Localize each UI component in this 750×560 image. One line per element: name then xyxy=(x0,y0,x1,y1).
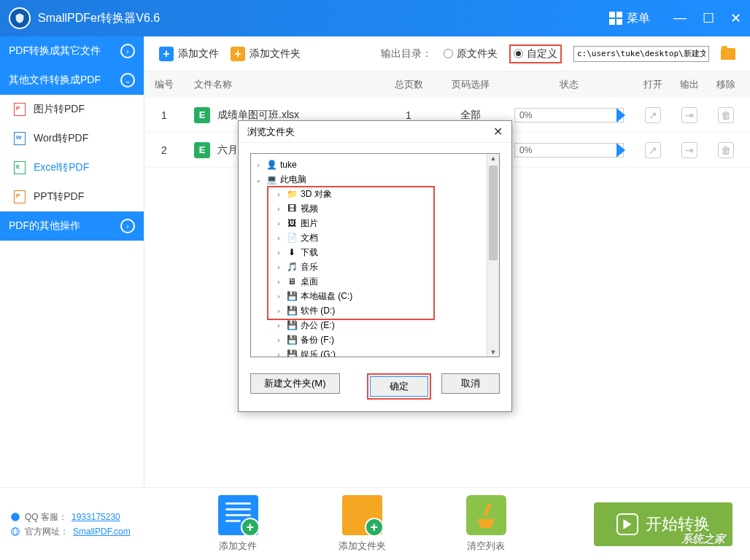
new-folder-button[interactable]: 新建文件夹(M) xyxy=(250,373,340,394)
sidebar-item-ppt-to-pdf[interactable]: PPT转PDF xyxy=(0,182,144,211)
browse-folder-dialog: 浏览文件夹 ✕ › 👤 tuke ⌄ 💻 此电脑 ›📁3D 对象 ›🎞视频 ›🖼… xyxy=(238,120,512,412)
window-controls: — ☐ ✕ xyxy=(673,10,741,26)
header-open: 打开 xyxy=(635,78,671,91)
drive-icon: 💾 xyxy=(286,335,298,345)
image-icon: 🖼 xyxy=(286,218,298,228)
user-icon: 👤 xyxy=(266,160,277,170)
tree-item[interactable]: ›💾备份 (F:) xyxy=(254,332,496,347)
sidebar-section-pdf-other-ops[interactable]: PDF的其他操作 › xyxy=(0,211,144,241)
chevron-down-icon: ⌄ xyxy=(120,73,135,88)
sidebar-item-image-to-pdf[interactable]: 图片转PDF xyxy=(0,95,144,124)
tree-item[interactable]: ›💾办公 (E:) xyxy=(254,318,496,332)
radio-icon xyxy=(444,49,453,58)
chevron-right-icon: › xyxy=(120,44,135,58)
tree-item[interactable]: ›⬇下载 xyxy=(254,245,496,260)
website-link[interactable]: SmallPDF.com xyxy=(73,524,131,539)
qq-link[interactable]: 1933175230 xyxy=(71,510,120,524)
tree-item[interactable]: ›📁3D 对象 xyxy=(254,187,496,201)
footer: QQ 客服： 1933175230 官方网址： SmallPDF.com 添加文… xyxy=(0,487,750,560)
tree-item[interactable]: ›🎵音乐 xyxy=(254,260,496,274)
support-info: QQ 客服： 1933175230 官方网址： SmallPDF.com xyxy=(10,510,131,539)
output-custom-radio[interactable]: 自定义 xyxy=(514,47,557,61)
open-button[interactable]: ↗ xyxy=(645,142,661,158)
sidebar-item-excel-to-pdf[interactable]: Excel转PDF xyxy=(0,153,144,182)
tree-item[interactable]: ›💾本地磁盘 (C:) xyxy=(254,289,496,303)
excel-file-icon xyxy=(13,161,26,174)
tree-item[interactable]: ›💾娱乐 (G:) xyxy=(254,347,496,357)
ppt-file-icon xyxy=(13,190,26,203)
start-convert-button[interactable]: 开始转换 系统之家 xyxy=(594,502,732,546)
drive-icon: 💾 xyxy=(286,306,298,316)
video-icon: 🎞 xyxy=(286,203,298,214)
menu-grid-icon xyxy=(609,12,622,25)
add-file-icon xyxy=(218,495,258,535)
sidebar-item-word-to-pdf[interactable]: Word转PDF xyxy=(0,124,144,153)
cancel-button[interactable]: 取消 xyxy=(441,373,500,394)
menu-button[interactable]: 菜单 xyxy=(609,11,650,26)
dialog-title-text: 浏览文件夹 xyxy=(247,125,295,139)
tree-item-this-pc[interactable]: ⌄ 💻 此电脑 xyxy=(254,172,496,187)
delete-button[interactable]: 🗑 xyxy=(718,142,734,158)
music-icon: 🎵 xyxy=(286,262,298,272)
svg-point-1 xyxy=(12,527,20,535)
tree-item[interactable]: ›🎞视频 xyxy=(254,201,496,216)
browse-folder-button[interactable] xyxy=(721,48,735,60)
output-button[interactable]: ⇥ xyxy=(681,142,697,158)
footer-add-folder-button[interactable]: 添加文件夹 xyxy=(339,495,386,553)
toolbar: + 添加文件 + 添加文件夹 输出目录： 原文件夹 自定义 xyxy=(144,36,750,71)
word-file-icon xyxy=(13,132,26,145)
broom-icon xyxy=(466,495,506,535)
add-file-button[interactable]: + 添加文件 xyxy=(159,47,219,61)
excel-badge-icon: E xyxy=(194,107,210,123)
output-button[interactable]: ⇥ xyxy=(681,107,697,123)
pc-icon: 💻 xyxy=(266,174,277,184)
delete-button[interactable]: 🗑 xyxy=(718,107,734,123)
header-num: 编号 xyxy=(144,78,184,91)
close-button[interactable]: ✕ xyxy=(730,10,741,26)
sidebar: PDF转换成其它文件 › 其他文件转换成PDF ⌄ 图片转PDF Word转PD… xyxy=(0,36,144,487)
svg-point-2 xyxy=(14,527,18,535)
ok-button[interactable]: 确定 xyxy=(370,376,428,397)
minimize-button[interactable]: — xyxy=(673,10,687,26)
app-logo-icon xyxy=(9,7,31,29)
radio-checked-icon xyxy=(514,49,523,58)
document-icon: 📄 xyxy=(286,233,298,243)
tree-item[interactable]: ›🖼图片 xyxy=(254,216,496,230)
tree-item-user[interactable]: › 👤 tuke xyxy=(254,158,496,172)
output-custom-highlight: 自定义 xyxy=(509,44,562,63)
output-path-input[interactable] xyxy=(573,46,709,62)
app-title: SmallPDFer转换器V6.6 xyxy=(38,11,609,26)
footer-add-file-button[interactable]: 添加文件 xyxy=(218,495,258,553)
open-button[interactable]: ↗ xyxy=(645,107,661,123)
tree-item[interactable]: ›🖥桌面 xyxy=(254,274,496,289)
image-file-icon xyxy=(13,103,26,116)
tree-item[interactable]: ›📄文档 xyxy=(254,230,496,245)
svg-point-0 xyxy=(11,513,20,521)
start-row-button[interactable] xyxy=(616,108,625,122)
folder-icon: 📁 xyxy=(286,189,298,199)
svg-rect-3 xyxy=(484,502,492,516)
titlebar: SmallPDFer转换器V6.6 菜单 — ☐ ✕ xyxy=(0,0,750,36)
maximize-button[interactable]: ☐ xyxy=(703,10,714,26)
progress-bar: 0% xyxy=(514,108,624,122)
dialog-close-button[interactable]: ✕ xyxy=(490,125,506,139)
footer-clear-button[interactable]: 清空列表 xyxy=(466,495,506,553)
tree-scrollbar[interactable] xyxy=(487,154,499,357)
page-select[interactable]: 全部 xyxy=(438,109,503,122)
header-output: 输出 xyxy=(671,78,708,91)
ok-highlight: 确定 xyxy=(367,373,431,400)
table-header: 编号 文件名称 总页数 页码选择 状态 打开 输出 移除 xyxy=(144,71,750,98)
output-source-folder-radio[interactable]: 原文件夹 xyxy=(444,47,498,61)
start-row-button[interactable] xyxy=(616,143,625,158)
play-icon xyxy=(616,513,638,535)
header-name: 文件名称 xyxy=(184,78,379,91)
sidebar-section-pdf-to-other[interactable]: PDF转换成其它文件 › xyxy=(0,36,144,66)
dialog-buttons: 新建文件夹(M) 确定 取消 xyxy=(239,365,511,411)
header-pages: 总页数 xyxy=(379,78,438,91)
tree-item[interactable]: ›💾软件 (D:) xyxy=(254,303,496,318)
excel-badge-icon: E xyxy=(194,142,210,158)
sidebar-section-other-to-pdf[interactable]: 其他文件转换成PDF ⌄ xyxy=(0,66,144,95)
globe-icon xyxy=(10,526,20,537)
folder-tree[interactable]: › 👤 tuke ⌄ 💻 此电脑 ›📁3D 对象 ›🎞视频 ›🖼图片 ›📄文档 … xyxy=(250,153,500,357)
add-folder-button[interactable]: + 添加文件夹 xyxy=(231,47,301,61)
